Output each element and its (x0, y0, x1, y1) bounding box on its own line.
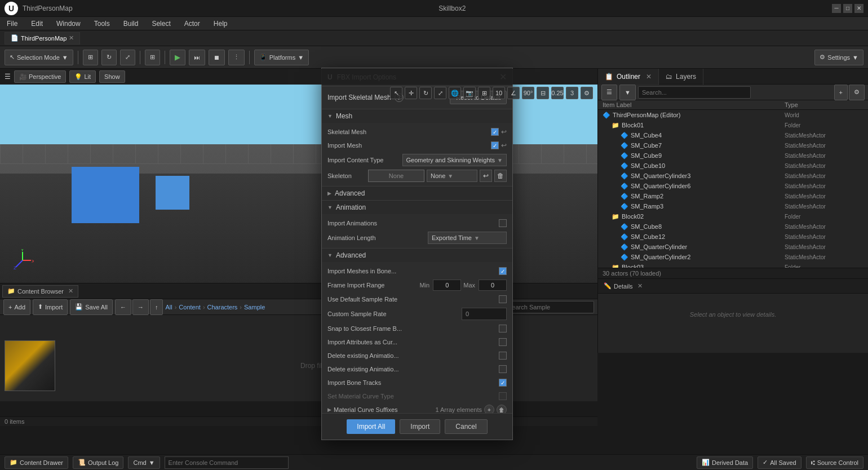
vp-grid-size[interactable]: 10 (493, 87, 505, 99)
vp-move-icon[interactable]: ✛ (405, 87, 417, 99)
back-btn[interactable]: ← (115, 299, 131, 315)
menu-tools[interactable]: Tools (92, 20, 112, 28)
perspective-button[interactable]: 🎥 Perspective (14, 70, 66, 83)
menu-actor[interactable]: Actor (182, 20, 202, 28)
skeletal-mesh-checkbox[interactable]: ✓ (491, 128, 499, 136)
outliner-item[interactable]: 🔷 SM_Ramp3 StaticMeshActor (598, 201, 868, 211)
outliner-item[interactable]: 🔷 ThirdPersonMap (Editor) World (598, 110, 868, 120)
vp-camera-icon[interactable]: 📷 (463, 87, 476, 99)
skeleton-select-dropdown[interactable]: None ▼ (427, 170, 477, 182)
lit-button[interactable]: 💡 Lit (69, 70, 96, 83)
play-button[interactable]: ▶ (170, 50, 185, 65)
outliner-item[interactable]: 🔷 SM_Ramp2 StaticMeshActor (598, 191, 868, 201)
save-all-button[interactable]: 💾 Save All (70, 299, 113, 315)
suffixes-expand[interactable]: ▶ (327, 407, 331, 413)
content-browser-tab[interactable]: 📁 Content Browser ✕ (2, 285, 78, 298)
more-play-btn[interactable]: ⋮ (228, 50, 245, 65)
frame-min-input[interactable] (433, 280, 461, 291)
outliner-item[interactable]: 🔷 SM_QuarterCylinder3 StaticMeshActor (598, 171, 868, 181)
search-input[interactable] (504, 301, 594, 313)
modal-body[interactable]: Import Skeletal Mesh ? Reset to Default … (322, 86, 512, 413)
outliner-item[interactable]: 🔷 SM_Cube4 StaticMeshActor (598, 130, 868, 140)
platforms-button[interactable]: 📱 Platforms ▼ (254, 50, 309, 65)
outliner-settings-btn[interactable]: ⚙ (849, 85, 865, 100)
map-tab[interactable]: 📄 ThirdPersonMap ✕ (5, 32, 80, 45)
frame-max-input[interactable] (479, 280, 507, 291)
import-mesh-reset[interactable]: ↩ (501, 141, 507, 149)
step-button[interactable]: ⏭ (189, 50, 205, 65)
maximize-button[interactable]: □ (843, 4, 852, 13)
add-button[interactable]: + Add (3, 299, 30, 315)
outliner-search-btn[interactable]: ▼ (619, 85, 636, 100)
ue-logo[interactable]: U (5, 2, 18, 15)
outliner-filter-btn[interactable]: ☰ (601, 85, 617, 100)
viewport-menu-icon[interactable]: ☰ (5, 73, 11, 81)
outliner-item[interactable]: 📁 Block01 Folder (598, 120, 868, 130)
custom-rate-input[interactable] (462, 308, 507, 320)
breadcrumb-content[interactable]: Content (179, 304, 201, 311)
menu-window[interactable]: Window (54, 20, 83, 28)
menu-select[interactable]: Select (149, 20, 172, 28)
outliner-list[interactable]: 🔷 ThirdPersonMap (Editor) World 📁 Block0… (598, 110, 868, 268)
outliner-item[interactable]: 🔷 SM_Cube7 StaticMeshActor (598, 140, 868, 150)
import-button-footer[interactable]: Import (400, 419, 440, 434)
all-saved-button[interactable]: ✓ All Saved (758, 456, 801, 469)
import-anim-checkbox[interactable] (499, 219, 507, 227)
show-button[interactable]: Show (99, 70, 125, 83)
content-type-dropdown[interactable]: Geometry and Skinning Weights ▼ (402, 154, 507, 166)
advanced-section-header[interactable]: ▶ Advanced (322, 187, 512, 200)
tab-outliner[interactable]: 📋 Outliner ✕ (598, 69, 659, 85)
map-tab-close[interactable]: ✕ (69, 34, 74, 42)
details-tab-close[interactable]: ✕ (637, 282, 643, 290)
content-item[interactable] (5, 340, 55, 391)
source-control-button[interactable]: ⑆ Source Control (806, 456, 863, 469)
cancel-button[interactable]: Cancel (445, 419, 487, 434)
vp-snap-icon[interactable]: ⊟ (537, 87, 549, 99)
outliner-item[interactable]: 📁 Block03 Folder (598, 262, 868, 268)
menu-edit[interactable]: Edit (29, 20, 45, 28)
menu-help[interactable]: Help (211, 20, 230, 28)
transform-btn[interactable]: ⊞ (83, 50, 98, 65)
outliner-item[interactable]: 🔷 SM_Cube10 StaticMeshActor (598, 161, 868, 171)
breadcrumb-characters[interactable]: Characters (207, 304, 238, 311)
outliner-item[interactable]: 🔷 SM_QuarterCylinder StaticMeshActor (598, 242, 868, 252)
mesh-section-header[interactable]: ▼ Mesh (322, 109, 512, 123)
vp-angle-icon[interactable]: ∠ (507, 87, 520, 99)
delete-anim2-checkbox[interactable] (499, 365, 507, 373)
import-mesh-checkbox[interactable]: ✓ (491, 141, 499, 149)
vp-select-icon[interactable]: ↖ (390, 87, 402, 99)
outliner-item[interactable]: 🔷 SM_Cube9 StaticMeshActor (598, 150, 868, 161)
outliner-item[interactable]: 🔷 SM_Cube12 StaticMeshActor (598, 232, 868, 242)
snapping-btn[interactable]: ⊞ (145, 50, 160, 65)
menu-file[interactable]: File (5, 20, 20, 28)
tab-details[interactable]: ✏️ Details ✕ (598, 280, 648, 292)
derived-data-button[interactable]: 📊 Derived Data (697, 456, 753, 469)
tab-layers[interactable]: 🗂 Layers (659, 69, 703, 85)
outliner-item[interactable]: 🔷 SM_Cube8 StaticMeshActor (598, 221, 868, 232)
vp-globe-icon[interactable]: 🌐 (449, 87, 461, 99)
output-log-button[interactable]: 📜 Output Log (73, 456, 123, 469)
close-button[interactable]: ✕ (854, 4, 863, 13)
import-all-button[interactable]: Import All (347, 419, 395, 434)
vp-grid-icon[interactable]: ⊞ (478, 87, 490, 99)
up-btn[interactable]: ↑ (150, 299, 163, 315)
vp-rotate-icon[interactable]: ↻ (419, 87, 432, 99)
add-array-btn[interactable]: + (484, 405, 494, 413)
skeleton-browse-btn[interactable]: ↩ (480, 170, 492, 182)
outliner-add-btn[interactable]: + (834, 85, 848, 100)
import-bones-checkbox[interactable]: ✓ (499, 267, 507, 275)
menu-build[interactable]: Build (121, 20, 141, 28)
import-attr-checkbox[interactable] (499, 338, 507, 346)
outliner-item[interactable]: 🔷 SM_QuarterCylinder6 StaticMeshActor (598, 181, 868, 191)
outliner-tab-close[interactable]: ✕ (646, 73, 652, 81)
stop-button[interactable]: ⏹ (209, 50, 225, 65)
console-input[interactable] (165, 456, 289, 469)
content-drawer-button[interactable]: 📁 Content Drawer (5, 456, 68, 469)
outliner-item[interactable]: 📁 Block02 Folder (598, 211, 868, 221)
snap-frame-checkbox[interactable] (499, 325, 507, 332)
forward-btn[interactable]: → (132, 299, 149, 315)
skeletal-reset-icon[interactable]: ↩ (501, 128, 507, 136)
animation-section-header[interactable]: ▼ Animation (322, 201, 512, 214)
delete-anim1-checkbox[interactable] (499, 352, 507, 360)
mode-button[interactable]: ↖ Selection Mode ▼ (5, 50, 73, 65)
